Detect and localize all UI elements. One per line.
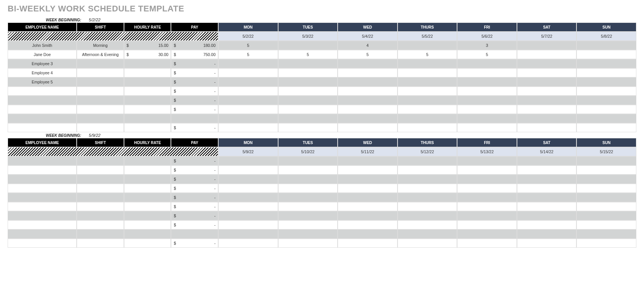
- hours-cell[interactable]: [457, 175, 517, 184]
- week-beginning-date[interactable]: 5/2/22: [89, 18, 101, 22]
- hours-cell[interactable]: [218, 114, 278, 123]
- hours-cell[interactable]: [278, 202, 338, 211]
- hours-cell[interactable]: [338, 123, 398, 132]
- hours-cell[interactable]: [398, 211, 457, 220]
- hours-cell[interactable]: [576, 87, 636, 96]
- hours-cell[interactable]: [457, 156, 517, 165]
- hourly-rate-cell[interactable]: [124, 184, 171, 193]
- hours-cell[interactable]: [218, 156, 278, 165]
- hours-cell[interactable]: [398, 68, 457, 77]
- shift-cell[interactable]: [77, 123, 124, 132]
- hours-cell[interactable]: [278, 184, 338, 193]
- employee-name-cell[interactable]: [8, 96, 77, 105]
- hours-cell[interactable]: 5: [338, 50, 398, 59]
- hours-cell[interactable]: 5: [278, 50, 338, 59]
- pay-cell[interactable]: $-: [171, 175, 218, 184]
- hours-cell[interactable]: [278, 87, 338, 96]
- hours-cell[interactable]: [338, 114, 398, 123]
- hours-cell[interactable]: [517, 50, 577, 59]
- pay-cell[interactable]: $-: [171, 202, 218, 211]
- shift-cell[interactable]: [77, 105, 124, 114]
- hours-cell[interactable]: [576, 114, 636, 123]
- hours-cell[interactable]: 3: [457, 41, 517, 50]
- hours-cell[interactable]: [338, 229, 398, 239]
- hours-cell[interactable]: [218, 96, 278, 105]
- hours-cell[interactable]: [398, 105, 457, 114]
- employee-name-cell[interactable]: John Smith: [8, 41, 77, 50]
- hours-cell[interactable]: [517, 184, 577, 193]
- hours-cell[interactable]: [278, 175, 338, 184]
- hours-cell[interactable]: [517, 59, 577, 68]
- hours-cell[interactable]: [278, 41, 338, 50]
- hours-cell[interactable]: [517, 96, 577, 105]
- hours-cell[interactable]: [338, 96, 398, 105]
- hours-cell[interactable]: [576, 175, 636, 184]
- shift-cell[interactable]: [77, 77, 124, 87]
- hourly-rate-cell[interactable]: [124, 114, 171, 123]
- shift-cell[interactable]: [77, 68, 124, 77]
- hours-cell[interactable]: [517, 114, 577, 123]
- employee-name-cell[interactable]: [8, 220, 77, 229]
- shift-cell[interactable]: [77, 175, 124, 184]
- hours-cell[interactable]: [278, 239, 338, 248]
- hours-cell[interactable]: [457, 114, 517, 123]
- hours-cell[interactable]: [457, 202, 517, 211]
- shift-cell[interactable]: Afternoon & Evening: [77, 50, 124, 59]
- pay-cell[interactable]: $-: [171, 96, 218, 105]
- hours-cell[interactable]: [338, 175, 398, 184]
- shift-cell[interactable]: [77, 114, 124, 123]
- employee-name-cell[interactable]: Employee 4: [8, 68, 77, 77]
- hours-cell[interactable]: [576, 184, 636, 193]
- hours-cell[interactable]: [338, 68, 398, 77]
- shift-cell[interactable]: [77, 156, 124, 165]
- hours-cell[interactable]: [457, 211, 517, 220]
- hours-cell[interactable]: [218, 184, 278, 193]
- hourly-rate-cell[interactable]: [124, 165, 171, 175]
- employee-name-cell[interactable]: [8, 202, 77, 211]
- hours-cell[interactable]: [398, 87, 457, 96]
- hours-cell[interactable]: [218, 220, 278, 229]
- employee-name-cell[interactable]: [8, 175, 77, 184]
- hourly-rate-cell[interactable]: [124, 229, 171, 239]
- hours-cell[interactable]: [457, 59, 517, 68]
- hourly-rate-cell[interactable]: [124, 105, 171, 114]
- hours-cell[interactable]: 5: [398, 50, 457, 59]
- hours-cell[interactable]: [457, 165, 517, 175]
- hourly-rate-cell[interactable]: [124, 202, 171, 211]
- hours-cell[interactable]: [517, 77, 577, 87]
- pay-cell[interactable]: $-: [171, 105, 218, 114]
- hours-cell[interactable]: 4: [338, 41, 398, 50]
- hours-cell[interactable]: [576, 211, 636, 220]
- hours-cell[interactable]: [338, 239, 398, 248]
- pay-cell[interactable]: $180.00: [171, 41, 218, 50]
- hours-cell[interactable]: [218, 59, 278, 68]
- employee-name-cell[interactable]: [8, 165, 77, 175]
- hours-cell[interactable]: [457, 123, 517, 132]
- hours-cell[interactable]: [218, 239, 278, 248]
- pay-cell[interactable]: $-: [171, 220, 218, 229]
- hours-cell[interactable]: [278, 229, 338, 239]
- hourly-rate-cell[interactable]: [124, 77, 171, 87]
- hours-cell[interactable]: [576, 50, 636, 59]
- shift-cell[interactable]: [77, 59, 124, 68]
- hours-cell[interactable]: [338, 193, 398, 202]
- shift-cell[interactable]: [77, 202, 124, 211]
- hours-cell[interactable]: [338, 105, 398, 114]
- hours-cell[interactable]: [278, 59, 338, 68]
- hours-cell[interactable]: [576, 59, 636, 68]
- pay-cell[interactable]: $-: [171, 184, 218, 193]
- hours-cell[interactable]: [517, 220, 577, 229]
- shift-cell[interactable]: [77, 165, 124, 175]
- employee-name-cell[interactable]: [8, 105, 77, 114]
- hours-cell[interactable]: [218, 211, 278, 220]
- hours-cell[interactable]: [218, 77, 278, 87]
- hourly-rate-cell[interactable]: [124, 68, 171, 77]
- hours-cell[interactable]: [398, 59, 457, 68]
- employee-name-cell[interactable]: [8, 123, 77, 132]
- pay-cell[interactable]: $-: [171, 59, 218, 68]
- pay-cell[interactable]: [171, 114, 218, 123]
- pay-cell[interactable]: $-: [171, 87, 218, 96]
- hours-cell[interactable]: [576, 220, 636, 229]
- shift-cell[interactable]: [77, 220, 124, 229]
- pay-cell[interactable]: $-: [171, 165, 218, 175]
